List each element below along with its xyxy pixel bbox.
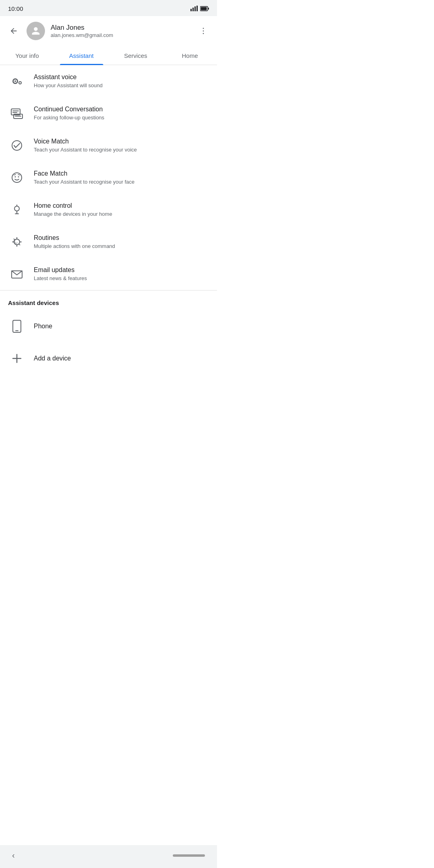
svg-rect-2 bbox=[194, 6, 196, 11]
email-icon bbox=[8, 265, 26, 283]
routines-subtitle: Multiple actions with one command bbox=[34, 243, 209, 250]
voice-match-text: Voice Match Teach your Assistant to reco… bbox=[34, 137, 209, 154]
home-control-icon bbox=[8, 201, 26, 219]
assistant-devices-title: Assistant devices bbox=[8, 299, 209, 306]
routines-title: Routines bbox=[34, 234, 209, 242]
svg-point-20 bbox=[12, 141, 22, 150]
svg-rect-5 bbox=[201, 7, 207, 10]
add-icon bbox=[8, 350, 26, 367]
tab-your-info[interactable]: Your info bbox=[0, 46, 54, 65]
home-control-text: Home control Manage the devices in your … bbox=[34, 202, 209, 218]
phone-device-text: Phone bbox=[34, 322, 209, 331]
phone-icon bbox=[8, 317, 26, 335]
battery-icon bbox=[200, 6, 209, 11]
continued-conversation-item[interactable]: Continued Conversation For asking follow… bbox=[0, 97, 217, 129]
svg-point-12 bbox=[14, 80, 16, 82]
tab-services[interactable]: Services bbox=[108, 46, 163, 65]
more-options-button[interactable] bbox=[196, 24, 211, 38]
continued-conversation-text: Continued Conversation For asking follow… bbox=[34, 105, 209, 122]
email-updates-title: Email updates bbox=[34, 266, 209, 274]
face-match-title: Face Match bbox=[34, 170, 209, 178]
routines-icon bbox=[8, 233, 26, 251]
svg-point-21 bbox=[12, 173, 22, 182]
tab-home[interactable]: Home bbox=[163, 46, 217, 65]
signal-icon bbox=[190, 6, 198, 11]
assistant-voice-text: Assistant voice How your Assistant will … bbox=[34, 73, 209, 90]
tab-assistant[interactable]: Assistant bbox=[54, 46, 108, 65]
user-email: alan.jones.wm@gmail.com bbox=[51, 32, 190, 39]
face-match-subtitle: Teach your Assistant to recognise your f… bbox=[34, 178, 209, 186]
user-name: Alan Jones bbox=[51, 23, 190, 32]
assistant-voice-item[interactable]: Assistant voice How your Assistant will … bbox=[0, 65, 217, 97]
svg-point-14 bbox=[19, 82, 21, 84]
voice-match-item[interactable]: Voice Match Teach your Assistant to reco… bbox=[0, 129, 217, 162]
svg-rect-6 bbox=[208, 8, 209, 10]
assistant-voice-title: Assistant voice bbox=[34, 73, 209, 82]
status-bar: 10:00 bbox=[0, 0, 217, 16]
add-device-text: Add a device bbox=[34, 354, 209, 363]
face-match-icon bbox=[8, 169, 26, 186]
assistant-devices-section: Assistant devices bbox=[0, 291, 217, 310]
svg-point-22 bbox=[15, 176, 16, 178]
status-time: 10:00 bbox=[8, 5, 23, 12]
content: Assistant voice How your Assistant will … bbox=[0, 65, 217, 375]
voice-match-subtitle: Teach your Assistant to recognise your v… bbox=[34, 146, 209, 154]
home-control-subtitle: Manage the devices in your home bbox=[34, 211, 209, 218]
svg-rect-1 bbox=[192, 8, 194, 11]
conversation-icon bbox=[8, 104, 26, 122]
svg-rect-3 bbox=[197, 6, 198, 11]
routines-text: Routines Multiple actions with one comma… bbox=[34, 234, 209, 250]
email-updates-text: Email updates Latest news & features bbox=[34, 266, 209, 283]
home-control-item[interactable]: Home control Manage the devices in your … bbox=[0, 194, 217, 226]
svg-line-35 bbox=[19, 244, 20, 245]
phone-device-item[interactable]: Phone bbox=[0, 310, 217, 342]
face-match-item[interactable]: Face Match Teach your Assistant to recog… bbox=[0, 162, 217, 194]
voice-match-title: Voice Match bbox=[34, 137, 209, 146]
add-device-item[interactable]: Add a device bbox=[0, 342, 217, 375]
svg-point-8 bbox=[203, 31, 204, 32]
status-icons bbox=[190, 6, 209, 11]
header: Alan Jones alan.jones.wm@gmail.com bbox=[0, 16, 217, 46]
svg-point-24 bbox=[14, 206, 19, 211]
assistant-voice-icon bbox=[8, 72, 26, 90]
avatar bbox=[27, 22, 45, 40]
routines-item[interactable]: Routines Multiple actions with one comma… bbox=[0, 226, 217, 258]
tabs: Your info Assistant Services Home bbox=[0, 46, 217, 65]
email-updates-item[interactable]: Email updates Latest news & features bbox=[0, 258, 217, 290]
user-info: Alan Jones alan.jones.wm@gmail.com bbox=[51, 23, 190, 39]
continued-conversation-title: Continued Conversation bbox=[34, 105, 209, 114]
add-device-label: Add a device bbox=[34, 354, 209, 363]
face-match-text: Face Match Teach your Assistant to recog… bbox=[34, 170, 209, 186]
home-control-title: Home control bbox=[34, 202, 209, 210]
back-button[interactable] bbox=[6, 24, 21, 38]
svg-point-7 bbox=[203, 28, 204, 29]
email-updates-subtitle: Latest news & features bbox=[34, 275, 209, 282]
assistant-voice-subtitle: How your Assistant will sound bbox=[34, 82, 209, 89]
continued-conversation-subtitle: For asking follow-up questions bbox=[34, 114, 209, 121]
svg-point-23 bbox=[18, 176, 19, 178]
phone-device-label: Phone bbox=[34, 322, 209, 331]
voice-match-icon bbox=[8, 137, 26, 154]
svg-rect-0 bbox=[190, 9, 192, 11]
svg-point-9 bbox=[203, 33, 204, 34]
